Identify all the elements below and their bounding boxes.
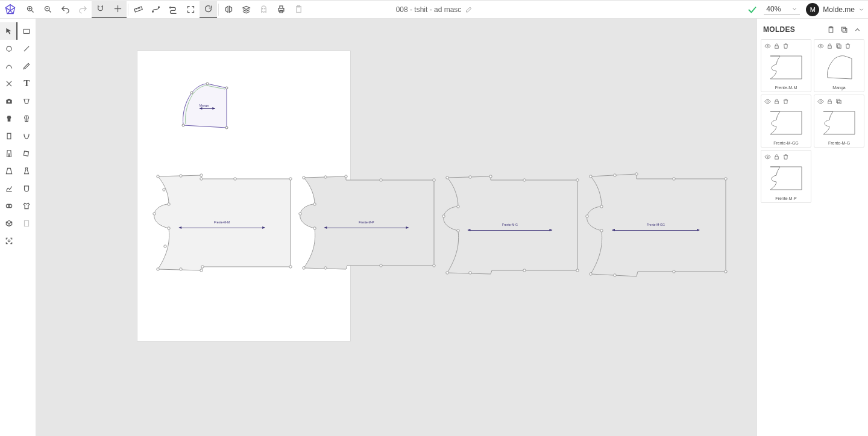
svg-point-42 bbox=[182, 124, 184, 126]
trash-icon[interactable] bbox=[782, 153, 789, 160]
rectangle-tool[interactable] bbox=[18, 22, 36, 40]
separator bbox=[218, 4, 219, 16]
grain-arrow bbox=[179, 228, 265, 228]
skirt-tool[interactable] bbox=[0, 162, 18, 179]
shape-warp-tool[interactable] bbox=[18, 92, 36, 110]
pen-curve-tool[interactable] bbox=[0, 57, 18, 75]
trash-icon[interactable] bbox=[782, 98, 789, 105]
svg-rect-29 bbox=[24, 29, 30, 33]
piece-front-gg[interactable]: Frente-M-GG bbox=[583, 173, 728, 278]
thumb-card[interactable]: Manga bbox=[814, 39, 864, 92]
thumb-card[interactable]: Frente-M-P bbox=[761, 150, 811, 203]
svg-point-75 bbox=[446, 176, 448, 179]
lock-icon[interactable] bbox=[773, 98, 780, 105]
thumb-tools bbox=[764, 42, 808, 49]
lock-icon[interactable] bbox=[773, 42, 780, 49]
thumb-card[interactable]: Frente-M-G bbox=[814, 95, 864, 148]
eye-icon[interactable] bbox=[764, 153, 771, 160]
zoom-in-button[interactable] bbox=[22, 1, 39, 18]
close-tool[interactable] bbox=[0, 75, 18, 92]
dress-tool[interactable] bbox=[18, 162, 36, 179]
thumb-tools bbox=[764, 153, 808, 160]
line-tool[interactable] bbox=[18, 40, 36, 57]
edit-title-icon[interactable] bbox=[465, 6, 472, 13]
ghost-button[interactable] bbox=[255, 1, 272, 18]
knit-tool[interactable] bbox=[0, 197, 18, 214]
snap-magnet-button[interactable] bbox=[92, 1, 109, 18]
paste-shape-tool[interactable] bbox=[18, 214, 36, 232]
camera-tool[interactable] bbox=[0, 92, 18, 110]
svg-point-43 bbox=[225, 126, 228, 129]
top-toolbar: 008 - tshit - ad masc 40% M Molde.me bbox=[0, 0, 868, 19]
trash-icon[interactable] bbox=[782, 42, 789, 49]
layers-button[interactable] bbox=[237, 1, 255, 18]
eye-icon[interactable] bbox=[764, 98, 771, 105]
zoom-select[interactable]: 40% bbox=[764, 4, 800, 15]
svg-point-78 bbox=[576, 269, 579, 272]
piece-sleeve[interactable]: Manga bbox=[178, 82, 230, 130]
bounds-button[interactable] bbox=[182, 1, 200, 18]
pants-tool[interactable] bbox=[0, 145, 18, 162]
print-button[interactable] bbox=[272, 1, 290, 18]
svg-point-50 bbox=[234, 178, 236, 180]
collar-tool[interactable] bbox=[18, 127, 36, 145]
trash-icon[interactable] bbox=[844, 42, 851, 49]
piece-front-p[interactable]: Frente-M-P bbox=[297, 175, 436, 270]
graph-tool[interactable] bbox=[0, 179, 18, 197]
mirror-button[interactable] bbox=[220, 1, 237, 18]
thumb-card[interactable]: Frente-M-GG bbox=[761, 95, 811, 148]
eye-icon[interactable] bbox=[764, 42, 771, 49]
box3d-tool[interactable] bbox=[0, 214, 18, 232]
svg-rect-102 bbox=[841, 27, 846, 31]
sleeve-shape-tool[interactable] bbox=[18, 145, 36, 162]
panel-shape-tool[interactable] bbox=[0, 127, 18, 145]
copy-icon[interactable] bbox=[835, 42, 842, 49]
eye-icon[interactable] bbox=[817, 98, 824, 105]
svg-rect-15 bbox=[134, 7, 142, 12]
user-menu[interactable]: M Molde.me bbox=[806, 3, 864, 16]
copy-icon[interactable] bbox=[835, 98, 842, 105]
canvas[interactable]: Manga Frente-M-M Frente-M-P Frente-M-G bbox=[36, 19, 756, 436]
snap-cross-button[interactable] bbox=[109, 1, 127, 18]
pencil-tool[interactable] bbox=[18, 57, 36, 75]
circle-tool[interactable] bbox=[0, 40, 18, 57]
svg-rect-110 bbox=[775, 101, 778, 104]
lock-icon[interactable] bbox=[826, 98, 833, 105]
panel-collapse-icon[interactable] bbox=[852, 25, 862, 34]
app-logo[interactable] bbox=[4, 3, 17, 16]
panel-copy-icon[interactable] bbox=[839, 25, 849, 34]
side-toolbar: T bbox=[0, 19, 36, 436]
zoom-out-button[interactable] bbox=[39, 1, 57, 18]
svg-rect-40 bbox=[25, 220, 29, 226]
curve-button[interactable] bbox=[147, 1, 165, 18]
text-tool[interactable]: T bbox=[18, 75, 36, 92]
refresh-button[interactable] bbox=[200, 1, 217, 18]
face-scan-tool[interactable] bbox=[0, 232, 18, 249]
grain-arrow bbox=[324, 228, 408, 228]
redo-button[interactable] bbox=[74, 1, 92, 18]
svg-rect-114 bbox=[836, 99, 840, 102]
svg-point-92 bbox=[600, 229, 603, 232]
path-button[interactable] bbox=[165, 1, 182, 18]
ruler-button[interactable] bbox=[130, 1, 147, 18]
piece-front-g[interactable]: Frente-M-G bbox=[440, 175, 580, 275]
body-front-tool[interactable] bbox=[0, 110, 18, 127]
eye-icon[interactable] bbox=[817, 42, 824, 49]
svg-point-93 bbox=[586, 215, 588, 217]
clipboard-button[interactable] bbox=[290, 1, 307, 18]
undo-button[interactable] bbox=[57, 1, 74, 18]
select-tool[interactable] bbox=[0, 22, 18, 40]
svg-point-47 bbox=[157, 175, 159, 178]
svg-point-85 bbox=[523, 179, 526, 181]
thumb-card[interactable]: Frente-M-M bbox=[761, 39, 811, 92]
shirt-outline-tool[interactable] bbox=[18, 197, 36, 214]
lock-icon[interactable] bbox=[826, 42, 833, 49]
lock-icon[interactable] bbox=[773, 153, 780, 160]
panel-clipboard-icon[interactable] bbox=[826, 25, 835, 34]
body-front2-tool[interactable] bbox=[18, 110, 36, 127]
svg-rect-101 bbox=[843, 28, 847, 33]
piece-front-m[interactable]: Frente-M-M bbox=[151, 174, 293, 272]
svg-rect-25 bbox=[280, 6, 283, 8]
pocket-tool[interactable] bbox=[18, 179, 36, 197]
saved-check-icon bbox=[747, 4, 758, 15]
